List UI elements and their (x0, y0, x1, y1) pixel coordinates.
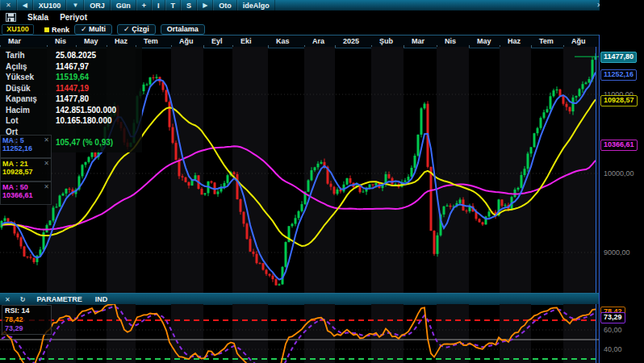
plus-button[interactable]: + (136, 0, 152, 10)
info-row: Kapanış11477,80 (0, 94, 142, 105)
month-label: Nis (55, 37, 66, 45)
ma-value: 10366,61 (2, 191, 49, 199)
t-button[interactable]: T (165, 0, 182, 10)
s-button[interactable]: S (181, 0, 197, 10)
multi-toggle[interactable]: ✓ Multi (74, 24, 112, 35)
cizgi-toggle[interactable]: ✓ Çizgi (117, 24, 156, 35)
price-marker-ma50: 10366,61 (600, 140, 638, 151)
month-label: Ara (312, 37, 324, 45)
ma-value: 11252,16 (2, 144, 49, 152)
i-button[interactable]: I (152, 0, 165, 10)
info-value: 25.08.2025 (56, 50, 96, 61)
refresh-icon[interactable]: ↻ (15, 296, 31, 303)
info-value: 142.851.500.000 (56, 105, 116, 116)
price-tick-label: 10000,00 (600, 169, 638, 180)
month-label: Nis (445, 37, 456, 45)
month-label: Tem (144, 37, 158, 45)
price-marker-ma5: 11252,16 (600, 69, 637, 81)
price-marker-current: 11477,80 (600, 52, 637, 63)
info-label: Hacim (0, 105, 56, 116)
info-row: Tarih25.08.2025 (0, 50, 142, 61)
info-label: Yüksek (0, 72, 56, 83)
ma-value: 10928,57 (2, 168, 49, 176)
info-value: 11467,97 (56, 61, 89, 73)
info-value: 10.165.180.000 (56, 115, 112, 127)
close-icon[interactable]: ✕ (44, 160, 49, 168)
info-value: 11477,80 (56, 94, 89, 105)
info-row: Düşük11447,19 (0, 83, 142, 94)
indicator-header: ✕ ↻ PARAMETRE IND (0, 293, 599, 305)
ma-label: MA : 50 (2, 183, 28, 191)
multi-label: Multi (89, 25, 106, 33)
chevron-down-icon[interactable]: ▼ (66, 0, 84, 10)
month-label: Tem (539, 37, 554, 45)
month-label: Ağu (179, 37, 194, 45)
save-icon[interactable] (6, 13, 16, 22)
month-label: Mar (412, 37, 424, 45)
info-label: Kapanış (0, 94, 56, 105)
info-value: 11519,64 (56, 72, 89, 83)
close-chart-icon[interactable]: ✕ (0, 0, 17, 10)
month-label: May (477, 37, 491, 45)
symbol-box[interactable]: XU100 (2, 24, 34, 35)
trading-app-window: ✕ ◀ XU100 ▼ ORJ Gün + I T S ▶ Oto ideAlg… (0, 0, 644, 363)
parametre-button[interactable]: PARAMETRE (30, 295, 88, 303)
price-marker-ma21: 10928,57 (600, 95, 638, 106)
month-label: Şub (379, 37, 393, 45)
ind-button[interactable]: IND (89, 295, 115, 303)
close-indicator-icon[interactable]: ✕ (0, 296, 15, 303)
month-label: May (84, 37, 98, 45)
close-icon[interactable]: ✕ (44, 183, 49, 191)
price-axis[interactable]: 11000,0010000,009000,0010366,6110928,571… (600, 0, 644, 363)
renk-button[interactable]: Renk (44, 26, 69, 34)
month-label: Haz (508, 37, 521, 45)
rsi-period-label: RSI: 14 (5, 307, 48, 315)
cizgi-label: Çizgi (132, 25, 149, 33)
rsi-value-label: 78,42 (5, 315, 48, 324)
rsi-axis-label: 40,00 (600, 344, 625, 356)
orj-button[interactable]: ORJ (84, 0, 111, 10)
close-icon[interactable]: ✕ (44, 136, 49, 144)
month-label: Mar (8, 37, 21, 45)
info-row: Açılış11467,97 (0, 61, 142, 73)
ma-label: MA : 5 (2, 136, 24, 144)
price-tick-label: 9000,00 (600, 248, 634, 259)
skala-menu[interactable]: Skala (27, 13, 48, 22)
idealgo-button[interactable]: ideAlgo (237, 0, 275, 10)
ortalama-button[interactable]: Ortalama (161, 24, 205, 35)
month-label: 2025 (343, 37, 359, 45)
oto-button[interactable]: Oto (213, 0, 237, 10)
check-icon: ✓ (123, 25, 130, 33)
rsi-axis-label: 60,00 (600, 325, 625, 336)
color-swatch-icon (44, 27, 49, 32)
info-label: Düşük (0, 83, 56, 94)
arrow-left-icon[interactable]: ◀ (17, 0, 33, 10)
toolbar-secondary: Skala Periyot (0, 10, 644, 25)
info-label: Açılış (0, 61, 56, 73)
symbol-title[interactable]: XU100 (33, 0, 67, 10)
month-stripes (47, 304, 599, 363)
ma-legend-box: MA : 5✕11252,16 (0, 135, 52, 158)
info-label: Lot (0, 115, 56, 127)
ma-legend-box: MA : 21✕10928,57 (0, 158, 52, 182)
rsi-smooth-value-label: 73,29 (5, 324, 48, 333)
toolbar-chart-options: XU100 Renk ✓ Multi ✓ Çizgi Ortalama (0, 24, 644, 35)
month-label: Kas (276, 37, 290, 45)
info-label: Tarih (0, 50, 56, 61)
periyot-menu[interactable]: Periyot (60, 13, 87, 22)
axis-separator (599, 35, 600, 363)
renk-label: Renk (52, 26, 69, 34)
info-value: 105,47 (% 0,93) (56, 137, 113, 148)
info-value: 11447,19 (56, 83, 89, 94)
period-gun-button[interactable]: Gün (111, 0, 136, 10)
info-row: Yüksek11519,64 (0, 72, 142, 83)
title-bar: ✕ ◀ XU100 ▼ ORJ Gün + I T S ▶ Oto ideAlg… (0, 0, 644, 10)
info-row: Lot10.165.180.000 (0, 115, 142, 127)
ma-label: MA : 21 (2, 160, 28, 168)
month-label: Eyl (211, 37, 223, 45)
month-label: Haz (115, 37, 128, 45)
rsi-chart[interactable] (0, 304, 599, 363)
info-row: Hacim142.851.500.000 (0, 105, 142, 116)
rsi-legend: RSI: 14 78,42 73,29 (2, 305, 52, 335)
arrow-right-icon[interactable]: ▶ (197, 0, 213, 10)
